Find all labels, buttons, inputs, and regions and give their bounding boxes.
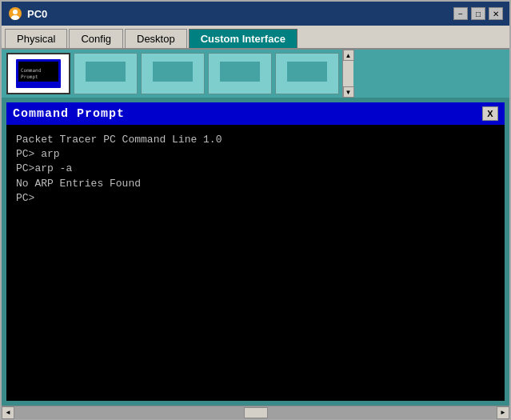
- cmd-titlebar: Command Prompt X: [6, 102, 505, 125]
- svg-rect-14: [287, 62, 327, 82]
- cmd-line-2: PC> arp: [16, 147, 495, 162]
- thumb-5[interactable]: [275, 53, 339, 94]
- svg-rect-8: [86, 62, 126, 82]
- tab-physical[interactable]: Physical: [5, 29, 67, 48]
- close-window-button[interactable]: ✕: [489, 7, 503, 20]
- scroll-track[interactable]: [14, 406, 497, 419]
- thumb-scroll-down[interactable]: ▼: [343, 86, 354, 98]
- thumb-2[interactable]: [74, 53, 138, 94]
- cmd-close-button[interactable]: X: [482, 106, 498, 121]
- cmd-line-4: No ARP Entries Found: [16, 177, 495, 191]
- tab-config[interactable]: Config: [69, 29, 123, 48]
- maximize-button[interactable]: □: [471, 7, 485, 20]
- content-area: Command Prompt X Packet Tracer PC Comman…: [2, 98, 509, 406]
- thumb-1[interactable]: Command Prompt: [6, 53, 70, 94]
- svg-text:Prompt: Prompt: [21, 74, 38, 80]
- cmd-line-1: Packet Tracer PC Command Line 1.0: [16, 133, 495, 147]
- scroll-left-button[interactable]: ◄: [2, 406, 14, 419]
- title-bar-buttons: − □ ✕: [453, 7, 503, 20]
- thumb-4[interactable]: [208, 53, 272, 94]
- cmd-line-3: PC>arp -a: [16, 162, 495, 176]
- scroll-thumb[interactable]: [244, 407, 268, 418]
- svg-rect-12: [220, 62, 260, 82]
- window-title: PC0: [27, 8, 453, 20]
- svg-point-2: [11, 15, 19, 20]
- svg-rect-10: [153, 62, 193, 82]
- thumb-3[interactable]: [141, 53, 205, 94]
- svg-text:Command: Command: [21, 67, 42, 73]
- command-prompt-window: Command Prompt X Packet Tracer PC Comman…: [6, 102, 505, 401]
- scroll-right-button[interactable]: ►: [497, 406, 509, 419]
- h-scrollbar: ◄ ►: [2, 406, 509, 418]
- app-icon: [8, 6, 22, 21]
- minimize-button[interactable]: −: [453, 7, 468, 20]
- title-bar: PC0 − □ ✕: [2, 2, 509, 26]
- cmd-title: Command Prompt: [13, 107, 125, 121]
- tab-bar: Physical Config Desktop Custom Interface: [2, 26, 509, 50]
- main-window: PC0 − □ ✕ Physical Config Desktop Custom…: [0, 0, 511, 420]
- tab-custom-interface[interactable]: Custom Interface: [189, 29, 297, 48]
- thumbnail-vscroll: ▲ ▼: [342, 50, 353, 98]
- thumb-scroll-up[interactable]: ▲: [343, 50, 354, 61]
- cmd-body[interactable]: Packet Tracer PC Command Line 1.0 PC> ar…: [6, 125, 505, 401]
- svg-point-1: [13, 10, 18, 14]
- tab-desktop[interactable]: Desktop: [125, 29, 187, 48]
- cmd-line-5: PC>: [16, 191, 495, 206]
- thumbnail-bar: Command Prompt: [2, 50, 509, 98]
